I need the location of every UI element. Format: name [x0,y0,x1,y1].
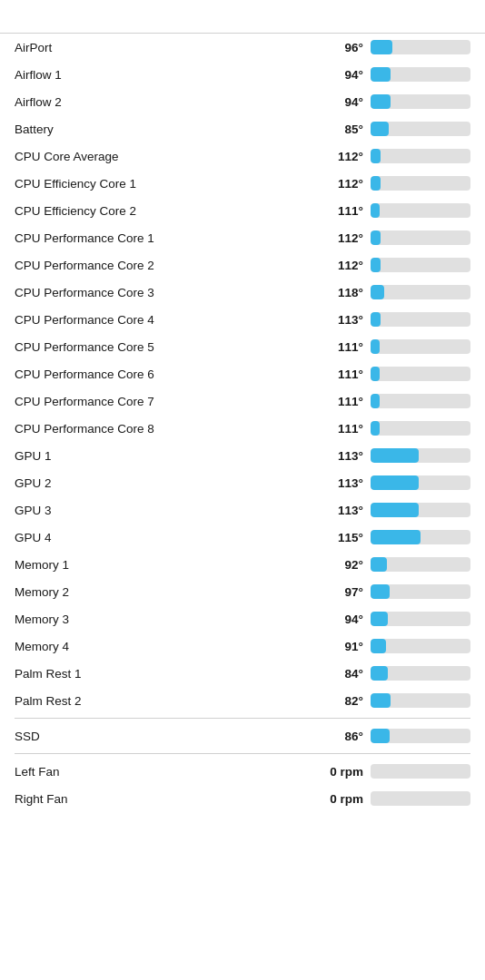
sensor-value: 92° [320,558,363,572]
bar-fill [371,584,390,599]
sensor-name: GPU 1 [15,449,320,463]
sensor-value: 112° [320,150,363,163]
bar-container [371,285,470,299]
sensor-name: Memory 3 [15,612,320,626]
sensors-list: AirPort96°Airflow 194°Airflow 294°Batter… [0,34,485,714]
sensor-value: 96° [320,41,363,54]
sensor-row: Palm Rest 184° [0,660,485,687]
sensor-value: 111° [320,368,363,381]
bar-container [371,394,470,408]
sensor-value: 94° [320,612,363,626]
sensor-name: AirPort [15,41,320,54]
sensor-row: Memory 192° [0,551,485,578]
sensor-row: Memory 491° [0,632,485,660]
sensor-row: CPU Performance Core 2112° [0,251,485,279]
sensor-value: 94° [320,95,363,109]
bar-fill [371,693,391,708]
sensor-row: GPU 1113° [0,442,485,469]
bar-container [371,149,470,163]
sensor-value: 86° [320,730,363,743]
bar-fill [371,149,381,163]
bar-container [371,503,470,517]
bar-fill [371,312,381,327]
bar-fill [371,285,384,299]
bar-container [371,448,470,463]
sensor-row: AirPort96° [0,34,485,61]
bar-fill [371,230,381,245]
sensor-row: Memory 297° [0,578,485,605]
bar-fill [371,448,419,463]
sensor-value: 94° [320,68,363,82]
sensor-value: 112° [320,177,363,191]
bar-fill [371,40,392,54]
bar-container [371,230,470,245]
bar-fill [371,666,388,681]
sensor-name: CPU Performance Core 4 [15,313,320,327]
sensor-row: CPU Efficiency Core 2111° [0,197,485,224]
bar-fill [371,67,391,82]
sensor-value: 112° [320,259,363,272]
sensor-name: Right Fan [15,792,320,806]
sensor-name: CPU Performance Core 7 [15,395,320,408]
sensor-value: 82° [320,694,363,708]
bar-container [371,693,470,708]
bar-fill [371,258,381,272]
bar-fill [371,729,390,743]
sensor-value: 113° [320,313,363,327]
bar-fill [371,557,387,572]
sensor-value: 111° [320,422,363,436]
sensor-value: 84° [320,667,363,681]
sensor-row: Memory 394° [0,605,485,632]
bar-container [371,475,470,490]
sensor-row: CPU Performance Core 6111° [0,360,485,387]
sensor-name: Memory 4 [15,640,320,653]
bar-fill [371,367,380,381]
sensor-name: Memory 1 [15,558,320,572]
bar-fill [371,339,380,354]
sensor-row: Airflow 194° [0,61,485,88]
bar-container [371,729,470,743]
sensor-name: CPU Performance Core 8 [15,422,320,436]
bar-container [371,421,470,436]
sensor-value: 118° [320,286,363,299]
divider-2 [15,753,470,754]
bar-container [371,122,470,136]
sensor-row: Palm Rest 282° [0,687,485,714]
sensor-value: 111° [320,340,363,354]
sensor-name: CPU Performance Core 5 [15,340,320,354]
bar-container [371,791,470,806]
bar-fill [371,612,388,626]
sensor-row: CPU Performance Core 1112° [0,224,485,251]
sensor-row: CPU Performance Core 7111° [0,387,485,415]
sensor-row: Airflow 294° [0,88,485,115]
sensor-name: GPU 3 [15,504,320,517]
sensor-value: 113° [320,504,363,517]
sensor-row: CPU Performance Core 5111° [0,333,485,360]
bar-container [371,203,470,218]
sensor-row: CPU Performance Core 4113° [0,306,485,333]
sensor-name: Airflow 1 [15,68,320,82]
sensor-name: CPU Performance Core 1 [15,231,320,245]
sensor-row: CPU Efficiency Core 1112° [0,170,485,197]
bar-container [371,367,470,381]
sensor-row: Left Fan0 rpm [0,758,485,785]
sensor-name: CPU Efficiency Core 1 [15,177,320,191]
bar-container [371,612,470,626]
bar-container [371,312,470,327]
sensor-name: Left Fan [15,765,320,779]
sensor-row: GPU 4115° [0,524,485,551]
sensor-name: CPU Core Average [15,150,320,163]
bar-container [371,40,470,54]
fans-list: Left Fan0 rpmRight Fan0 rpm [0,758,485,812]
bar-fill [371,394,380,408]
bar-container [371,639,470,653]
section-header [0,22,485,34]
sensor-value: 113° [320,449,363,463]
sensor-name: CPU Performance Core 2 [15,259,320,272]
sensor-name: CPU Efficiency Core 2 [15,204,320,218]
sensor-row: Right Fan0 rpm [0,785,485,812]
sensor-value: 111° [320,204,363,218]
sensor-row: Battery85° [0,115,485,142]
bar-container [371,584,470,599]
bar-container [371,339,470,354]
